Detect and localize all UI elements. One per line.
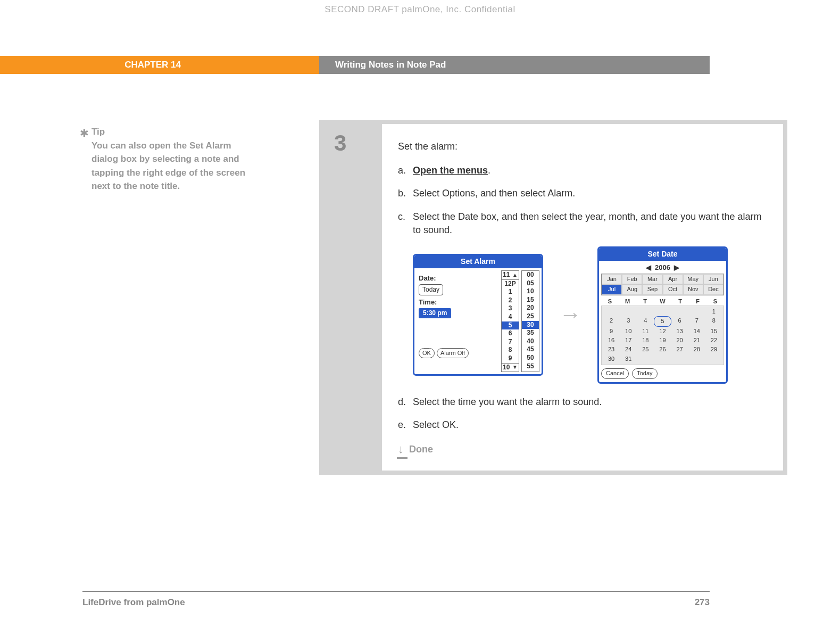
min-10[interactable]: 10 [522,287,539,296]
hour-9[interactable]: 9 [502,354,519,363]
hour-top[interactable]: 11 [503,271,510,279]
day-5[interactable]: 5 [654,316,671,326]
step-b: b. Select Options, and then select Alarm… [398,187,767,200]
month-aug[interactable]: Aug [622,284,642,294]
step-panel: 3 Set the alarm: a. Open the menus. b. S… [319,120,787,475]
year-next-icon[interactable]: ▶ [674,263,679,271]
page-footer: LifeDrive from palmOne 273 [82,591,710,608]
hour-column[interactable]: 11▲ 12P 1 2 3 4 5 6 7 8 9 10▼ [501,270,519,372]
day-6[interactable]: 6 [671,316,688,326]
min-15[interactable]: 15 [522,296,539,304]
min-50[interactable]: 50 [522,354,539,362]
set-alarm-title: Set Alarm [414,255,542,268]
year-prev-icon[interactable]: ◀ [646,263,651,271]
month-nov[interactable]: Nov [683,284,703,294]
dow-w: W [654,298,671,306]
tip-body: You can also open the Set Alarm dialog b… [92,141,245,192]
day-empty [688,354,705,364]
year-selector[interactable]: ◀ 2006 ▶ [601,262,724,274]
day-10[interactable]: 10 [620,327,637,336]
month-jan[interactable]: Jan [602,274,622,284]
month-jul-selected[interactable]: Jul [602,284,622,294]
day-27[interactable]: 27 [671,345,688,354]
day-29[interactable]: 29 [705,345,722,354]
step-a: a. Open the menus. [398,164,767,177]
day-22[interactable]: 22 [705,336,722,345]
month-dec[interactable]: Dec [703,284,723,294]
dow-f: F [689,298,706,306]
min-40[interactable]: 40 [522,337,539,346]
min-05[interactable]: 05 [522,279,539,288]
minute-column[interactable]: 00 05 10 15 20 25 30 35 40 45 50 55 [521,270,539,372]
hour-up-icon[interactable]: ▲ [512,273,518,278]
month-feb[interactable]: Feb [622,274,642,284]
month-apr[interactable]: Apr [663,274,683,284]
date-box[interactable]: Today [419,284,443,295]
dow-header: S M T W T F S [601,298,724,306]
min-55[interactable]: 55 [522,362,539,371]
min-45[interactable]: 45 [522,345,539,354]
month-oct[interactable]: Oct [663,284,683,294]
day-19[interactable]: 19 [654,336,671,345]
min-20[interactable]: 20 [522,304,539,312]
day-9[interactable]: 9 [603,327,620,336]
hour-1[interactable]: 1 [502,288,519,296]
day-30[interactable]: 30 [603,354,620,364]
day-1[interactable]: 1 [705,307,722,316]
today-button[interactable]: Today [632,368,657,378]
alarm-off-button[interactable]: Alarm Off [437,348,469,358]
min-25[interactable]: 25 [522,312,539,321]
day-empty [603,307,620,316]
day-18[interactable]: 18 [637,336,654,345]
day-4[interactable]: 4 [637,316,654,326]
day-empty [637,307,654,316]
day-31[interactable]: 31 [620,354,637,364]
hour-2[interactable]: 2 [502,296,519,305]
day-15[interactable]: 15 [705,327,722,336]
hour-4[interactable]: 4 [502,313,519,321]
min-35[interactable]: 35 [522,329,539,337]
open-menus-link[interactable]: Open the menus [413,165,488,176]
day-empty [671,307,688,316]
day-17[interactable]: 17 [620,336,637,345]
month-may[interactable]: May [683,274,703,284]
min-00[interactable]: 00 [522,271,539,279]
day-8[interactable]: 8 [705,316,722,326]
hour-bottom[interactable]: 10 [503,364,510,372]
done-arrow-icon: ↓ [398,441,404,458]
day-3[interactable]: 3 [620,316,637,326]
day-26[interactable]: 26 [654,345,671,354]
day-7[interactable]: 7 [688,316,705,326]
dow-s2: S [706,298,724,306]
month-grid: Jan Feb Mar Apr May Jun Jul Aug Sep Oct … [601,274,724,295]
hour-3[interactable]: 3 [502,304,519,313]
hour-5-selected[interactable]: 5 [502,321,519,330]
day-12[interactable]: 12 [654,327,671,336]
day-16[interactable]: 16 [603,336,620,345]
hour-8[interactable]: 8 [502,346,519,354]
time-value[interactable]: 5:30 pm [419,308,451,318]
day-24[interactable]: 24 [620,345,637,354]
ok-button[interactable]: OK [419,348,435,358]
day-21[interactable]: 21 [688,336,705,345]
day-28[interactable]: 28 [688,345,705,354]
day-13[interactable]: 13 [671,327,688,336]
day-11[interactable]: 11 [637,327,654,336]
hour-7[interactable]: 7 [502,338,519,346]
month-mar[interactable]: Mar [642,274,662,284]
chapter-header: CHAPTER 14 Writing Notes in Note Pad [0,56,710,74]
month-jun[interactable]: Jun [703,274,723,284]
day-20[interactable]: 20 [671,336,688,345]
day-empty [654,354,671,364]
month-sep[interactable]: Sep [642,284,662,294]
day-25[interactable]: 25 [637,345,654,354]
dialogs-row: Set Alarm Date: Today Time: 5:30 pm OK A… [413,246,767,384]
day-2[interactable]: 2 [603,316,620,326]
hour-down-icon[interactable]: ▼ [512,365,518,370]
min-30-selected[interactable]: 30 [522,321,539,329]
cancel-button[interactable]: Cancel [601,368,629,378]
hour-12p[interactable]: 12P [502,280,519,288]
day-23[interactable]: 23 [603,345,620,354]
day-14[interactable]: 14 [688,327,705,336]
hour-6[interactable]: 6 [502,329,519,338]
